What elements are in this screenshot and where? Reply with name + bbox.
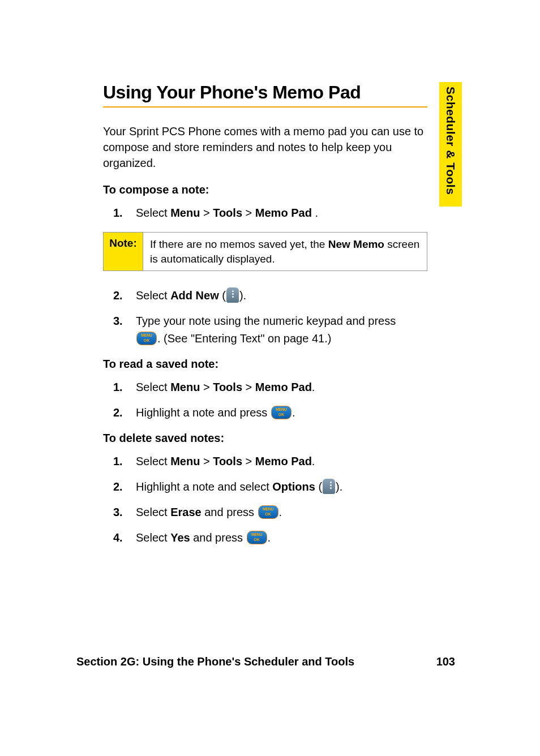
- step-number: 2.: [113, 287, 136, 304]
- page-title: Using Your Phone's Memo Pad: [103, 82, 427, 103]
- step-body: Select Menu > Tools > Memo Pad.: [136, 379, 438, 396]
- step-body: Highlight a note and press .: [136, 404, 438, 422]
- step-number: 1.: [113, 453, 136, 470]
- softkey-icon: [323, 479, 335, 494]
- compose-steps: 1. Select Menu > Tools > Memo Pad .: [113, 204, 438, 222]
- note-text: If there are no memos saved yet, the New…: [143, 233, 427, 270]
- step-body: Select Menu > Tools > Memo Pad .: [136, 204, 438, 222]
- step-number: 2.: [113, 404, 136, 422]
- list-item: 3. Type your note using the numeric keyp…: [113, 312, 438, 347]
- compose-subhead: To compose a note:: [103, 183, 427, 196]
- page-footer: Section 2G: Using the Phone's Scheduler …: [0, 655, 540, 668]
- note-label: Note:: [104, 233, 143, 270]
- step-number: 3.: [113, 312, 136, 347]
- list-item: 1. Select Menu > Tools > Memo Pad.: [113, 379, 438, 396]
- footer-page-number: 103: [436, 655, 455, 668]
- title-divider: [103, 106, 427, 108]
- read-subhead: To read a saved note:: [103, 358, 427, 371]
- softkey-icon: [226, 287, 239, 303]
- list-item: 3. Select Erase and press .: [113, 504, 438, 521]
- list-item: 1. Select Menu > Tools > Memo Pad .: [113, 204, 438, 222]
- step-body: Type your note using the numeric keypad …: [136, 312, 438, 347]
- list-item: 2. Highlight a note and select Options (…: [113, 478, 438, 496]
- delete-steps: 1. Select Menu > Tools > Memo Pad. 2. Hi…: [113, 453, 438, 547]
- step-body: Select Menu > Tools > Memo Pad.: [136, 453, 438, 470]
- compose-steps-cont: 2. Select Add New (). 3. Type your note …: [113, 287, 438, 347]
- step-body: Highlight a note and select Options ().: [136, 478, 438, 496]
- list-item: 2. Select Add New ().: [113, 287, 438, 304]
- step-body: Select Add New ().: [136, 287, 438, 304]
- step-number: 2.: [113, 478, 136, 496]
- delete-subhead: To delete saved notes:: [103, 432, 427, 445]
- list-item: 2. Highlight a note and press .: [113, 404, 438, 422]
- step-body: Select Yes and press .: [136, 529, 438, 547]
- menu-ok-icon: [136, 332, 157, 345]
- footer-section: Section 2G: Using the Phone's Scheduler …: [76, 655, 354, 668]
- step-number: 3.: [113, 504, 136, 521]
- read-steps: 1. Select Menu > Tools > Memo Pad. 2. Hi…: [113, 379, 438, 422]
- step-body: Select Erase and press .: [136, 504, 438, 521]
- list-item: 4. Select Yes and press .: [113, 529, 438, 547]
- intro-text: Your Sprint PCS Phone comes with a memo …: [103, 123, 427, 171]
- list-item: 1. Select Menu > Tools > Memo Pad.: [113, 453, 438, 470]
- step-number: 1.: [113, 379, 136, 396]
- note-box: Note: If there are no memos saved yet, t…: [103, 232, 427, 271]
- menu-ok-icon: [247, 531, 267, 544]
- step-number: 1.: [113, 204, 136, 222]
- step-number: 4.: [113, 529, 136, 547]
- menu-ok-icon: [271, 406, 292, 419]
- menu-ok-icon: [258, 505, 278, 519]
